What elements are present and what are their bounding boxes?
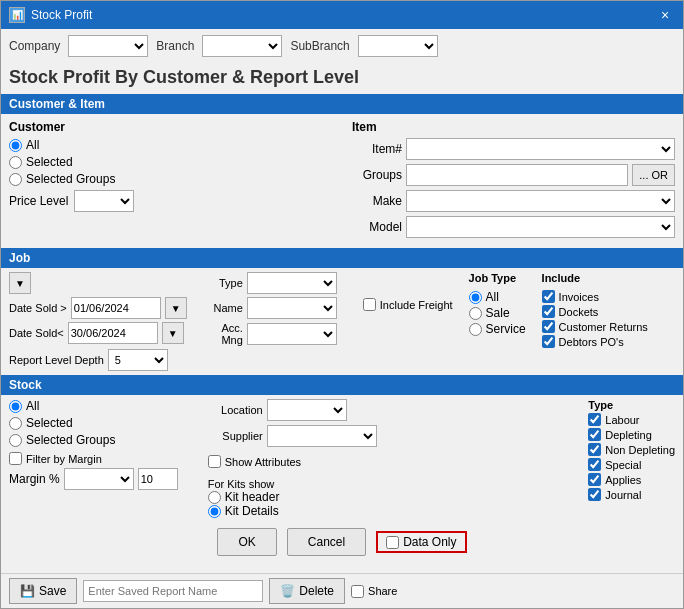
item-num-select[interactable] (406, 138, 675, 160)
data-only-checkbox[interactable] (386, 536, 399, 549)
close-button[interactable]: × (655, 5, 675, 25)
customer-selected-radio[interactable] (9, 156, 22, 169)
special-row: Special (588, 458, 675, 471)
customer-all-radio[interactable] (9, 139, 22, 152)
show-attributes-checkbox[interactable] (208, 455, 221, 468)
app-icon: 📊 (9, 7, 25, 23)
cancel-button[interactable]: Cancel (287, 528, 366, 556)
title-bar: 📊 Stock Profit × (1, 1, 683, 29)
make-select[interactable] (406, 190, 675, 212)
date-from-arrow[interactable]: ▼ (165, 297, 187, 319)
type-select[interactable] (247, 272, 337, 294)
journal-row: Journal (588, 488, 675, 501)
stock-mid-col: Location Supplier Show Attributes For Ki… (208, 399, 377, 518)
stock-all-label: All (26, 399, 39, 413)
data-only-label: Data Only (403, 535, 456, 549)
share-checkbox[interactable] (351, 585, 364, 598)
company-select[interactable] (68, 35, 148, 57)
stock-header: Stock (1, 375, 683, 395)
include-freight-col: Include Freight (353, 272, 453, 311)
customer-groups-label: Selected Groups (26, 172, 115, 186)
model-select[interactable] (406, 216, 675, 238)
customer-groups-radio[interactable] (9, 173, 22, 186)
supplier-row: Supplier (208, 425, 377, 447)
ok-button[interactable]: OK (217, 528, 276, 556)
for-kits-section: For Kits show Kit header Kit Details (208, 478, 377, 518)
special-checkbox[interactable] (588, 458, 601, 471)
job-sale-radio[interactable] (469, 307, 482, 320)
labour-checkbox[interactable] (588, 413, 601, 426)
company-label: Company (9, 39, 60, 53)
location-select[interactable] (267, 399, 347, 421)
type-row: Type (203, 272, 337, 294)
special-label: Special (605, 459, 641, 471)
name-select[interactable] (247, 297, 337, 319)
journal-checkbox[interactable] (588, 488, 601, 501)
or-button[interactable]: ... OR (632, 164, 675, 186)
branch-label: Branch (156, 39, 194, 53)
margin-pct-select[interactable] (64, 468, 134, 490)
subbranch-select[interactable] (358, 35, 438, 57)
depleting-checkbox[interactable] (588, 428, 601, 441)
include-freight-label: Include Freight (380, 299, 453, 311)
job-dropdown-arrow[interactable]: ▼ (9, 272, 31, 294)
acc-mng-select[interactable] (247, 323, 337, 345)
margin-num-input[interactable] (138, 468, 178, 490)
price-level-row: Price Level (9, 190, 332, 212)
for-kits-label: For Kits show (208, 478, 377, 490)
labour-label: Labour (605, 414, 639, 426)
type-header: Type (588, 399, 675, 411)
date-to-arrow[interactable]: ▼ (162, 322, 184, 344)
supplier-select[interactable] (267, 425, 377, 447)
save-button[interactable]: 💾 Save (9, 578, 77, 604)
applies-label: Applies (605, 474, 641, 486)
invoices-label: Invoices (559, 291, 599, 303)
customer-radio-group: All Selected Selected Groups (9, 138, 332, 186)
job-type-header: Job Type (469, 272, 526, 284)
applies-checkbox[interactable] (588, 473, 601, 486)
save-name-input[interactable] (83, 580, 263, 602)
groups-input[interactable] (406, 164, 628, 186)
item-col-label: Item (352, 120, 675, 134)
date-from-input[interactable] (71, 297, 161, 319)
dockets-checkbox[interactable] (542, 305, 555, 318)
kit-header-label: Kit header (225, 490, 280, 504)
subbranch-label: SubBranch (290, 39, 349, 53)
job-all-label: All (486, 290, 499, 304)
invoices-checkbox[interactable] (542, 290, 555, 303)
customer-item-header: Customer & Item (1, 94, 683, 114)
customer-selected-row: Selected (9, 155, 332, 169)
kit-details-row: Kit Details (208, 504, 377, 518)
delete-label: Delete (299, 584, 334, 598)
delete-button[interactable]: 🗑️ Delete (269, 578, 345, 604)
filter-margin-checkbox[interactable] (9, 452, 22, 465)
window-title: Stock Profit (31, 8, 92, 22)
labour-row: Labour (588, 413, 675, 426)
price-level-select[interactable] (74, 190, 134, 212)
non-depleting-checkbox[interactable] (588, 443, 601, 456)
job-service-radio[interactable] (469, 323, 482, 336)
job-all-radio[interactable] (469, 291, 482, 304)
stock-all-radio[interactable] (9, 400, 22, 413)
make-row: Make (352, 190, 675, 212)
customer-col-label: Customer (9, 120, 332, 134)
type-label-job: Type (203, 277, 243, 289)
customer-returns-checkbox[interactable] (542, 320, 555, 333)
save-icon: 💾 (20, 584, 35, 598)
show-attr-row: Show Attributes (208, 455, 377, 468)
include-header: Include (542, 272, 648, 284)
include-freight-checkbox[interactable] (363, 298, 376, 311)
date-to-input[interactable] (68, 322, 158, 344)
title-bar-left: 📊 Stock Profit (9, 7, 92, 23)
debtors-pos-checkbox[interactable] (542, 335, 555, 348)
kit-details-radio[interactable] (208, 505, 221, 518)
stock-selected-radio[interactable] (9, 417, 22, 430)
rld-select[interactable]: 5 (108, 349, 168, 371)
kit-header-radio[interactable] (208, 491, 221, 504)
stock-groups-radio[interactable] (9, 434, 22, 447)
data-only-container: Data Only (376, 531, 466, 553)
job-all-row: All (469, 290, 526, 304)
branch-select[interactable] (202, 35, 282, 57)
non-depleting-label: Non Depleting (605, 444, 675, 456)
action-buttons-row: OK Cancel Data Only (1, 522, 683, 562)
